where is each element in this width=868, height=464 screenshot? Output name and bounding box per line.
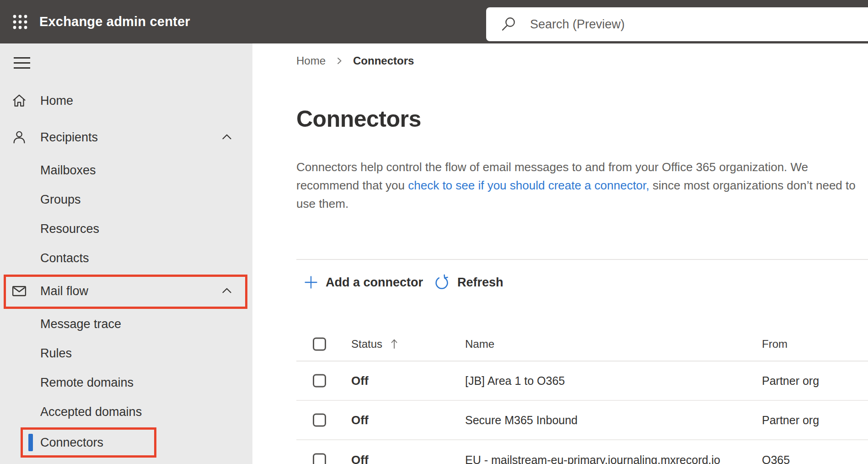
- table-row[interactable]: Off [JB] Area 1 to O365 Partner org: [296, 361, 868, 401]
- search-icon: [500, 16, 517, 33]
- cell-name: EU - mailstream-eu-primary.journaling.mx…: [465, 453, 720, 464]
- table-header-row: Status Name From: [296, 328, 868, 361]
- table-row[interactable]: Off EU - mailstream-eu-primary.journalin…: [296, 440, 868, 464]
- sidebar-item-label: Home: [40, 94, 73, 108]
- cell-status: Off: [351, 413, 369, 427]
- page-title: Connectors: [296, 106, 421, 132]
- sidebar-item-mailboxes[interactable]: Mailboxes: [0, 156, 252, 185]
- sidebar-item-label: Resources: [40, 222, 99, 236]
- sidebar-item-remote-domains[interactable]: Remote domains: [0, 368, 252, 397]
- sidebar-item-label: Mailboxes: [40, 163, 96, 178]
- left-navigation: Home Recipients Mailboxes Groups: [0, 43, 252, 464]
- cell-status: Off: [351, 374, 369, 388]
- sort-ascending-icon: [390, 338, 399, 351]
- column-header-status[interactable]: Status: [351, 338, 382, 351]
- sidebar-item-accepted-domains[interactable]: Accepted domains: [0, 397, 252, 426]
- select-all-checkbox[interactable]: [313, 338, 326, 351]
- page-description: Connectors help control the flow of emai…: [296, 158, 857, 213]
- sidebar-item-label: Accepted domains: [40, 405, 142, 419]
- cell-name: [JB] Area 1 to O365: [465, 374, 565, 388]
- row-checkbox[interactable]: [313, 414, 326, 427]
- sidebar-item-mail-flow[interactable]: Mail flow: [0, 273, 252, 309]
- breadcrumb-current: Connectors: [353, 54, 414, 67]
- table-row[interactable]: Off Secure M365 Inbound Partner org: [296, 401, 868, 440]
- column-header-from[interactable]: From: [762, 338, 788, 351]
- cell-from: O365: [762, 453, 790, 464]
- row-checkbox[interactable]: [313, 374, 326, 388]
- mail-icon: [11, 283, 27, 299]
- home-icon: [11, 92, 27, 109]
- chevron-up-icon[interactable]: [220, 130, 234, 145]
- sidebar-item-label: Rules: [40, 346, 72, 361]
- search-box[interactable]: [486, 7, 868, 41]
- cell-from: Partner org: [762, 374, 819, 388]
- sidebar-item-home[interactable]: Home: [0, 82, 252, 119]
- sidebar-item-rules[interactable]: Rules: [0, 339, 252, 368]
- person-icon: [11, 129, 27, 146]
- sidebar-item-label: Mail flow: [40, 284, 88, 298]
- exchange-admin-center-window: Exchange admin center Home: [0, 0, 868, 464]
- main-content: Home Connectors Connectors Connectors he…: [252, 43, 868, 464]
- cell-name: Secure M365 Inbound: [465, 414, 578, 427]
- cell-status: Off: [351, 453, 369, 464]
- sidebar-item-connectors[interactable]: Connectors: [0, 426, 252, 459]
- app-title: Exchange admin center: [39, 0, 190, 43]
- command-bar: Add a connector Refresh: [296, 270, 868, 294]
- sidebar-item-label: Remote domains: [40, 376, 134, 390]
- app-launcher-icon[interactable]: [12, 14, 28, 30]
- sidebar-item-label: Message trace: [40, 317, 121, 331]
- create-connector-check-link[interactable]: check to see if you should create a conn…: [408, 178, 649, 192]
- sidebar-item-groups[interactable]: Groups: [0, 185, 252, 214]
- cell-from: Partner org: [762, 414, 819, 427]
- breadcrumb: Home Connectors: [296, 54, 414, 68]
- sidebar-item-recipients[interactable]: Recipients: [0, 119, 252, 156]
- sidebar-item-label: Contacts: [40, 251, 89, 265]
- breadcrumb-home-link[interactable]: Home: [296, 54, 326, 67]
- sidebar-item-message-trace[interactable]: Message trace: [0, 309, 252, 339]
- sidebar-item-contacts[interactable]: Contacts: [0, 243, 252, 273]
- chevron-up-icon[interactable]: [220, 284, 234, 298]
- add-connector-button[interactable]: Add a connector: [304, 270, 423, 294]
- row-checkbox[interactable]: [313, 453, 326, 464]
- toolbar-divider: [296, 259, 868, 260]
- chevron-right-icon: [335, 56, 344, 65]
- top-app-bar: Exchange admin center: [0, 0, 868, 43]
- selected-item-indicator: [28, 434, 33, 451]
- refresh-label: Refresh: [457, 275, 504, 290]
- refresh-button[interactable]: Refresh: [434, 270, 504, 294]
- column-header-name[interactable]: Name: [465, 338, 494, 351]
- search-input[interactable]: [529, 17, 859, 32]
- sidebar-item-label: Recipients: [40, 130, 98, 145]
- plus-icon: [304, 275, 318, 290]
- nav-toggle-hamburger-icon[interactable]: [14, 57, 30, 69]
- refresh-icon: [434, 274, 450, 291]
- sidebar-item-label: Groups: [40, 193, 81, 207]
- sidebar-item-resources[interactable]: Resources: [0, 214, 252, 243]
- sidebar-item-label: Connectors: [40, 436, 103, 450]
- add-connector-label: Add a connector: [326, 275, 423, 290]
